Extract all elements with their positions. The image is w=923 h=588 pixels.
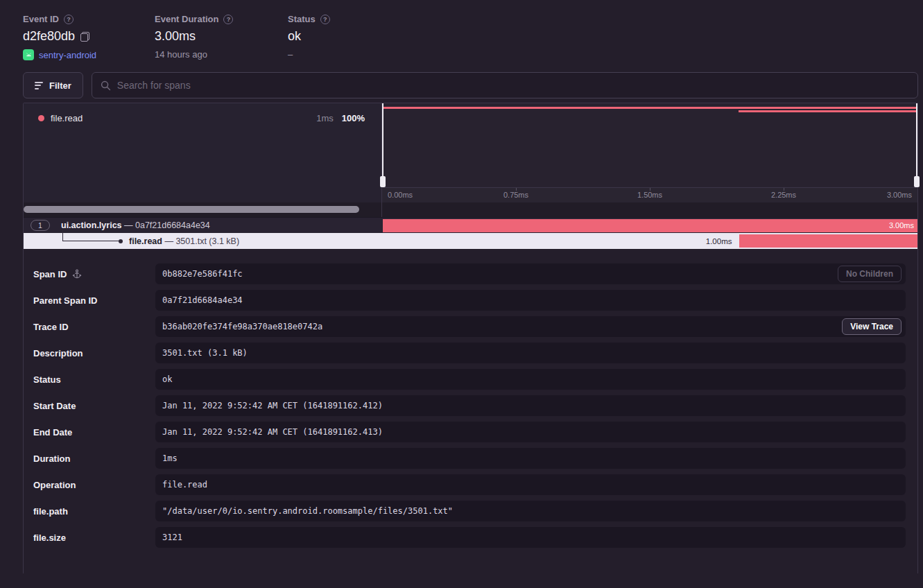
trace-view-panel: file.read 1ms 100% 0.00ms 0.75ms 1.50ms … — [23, 103, 918, 573]
detail-value: "/data/user/0/io.sentry.android.roomsamp… — [162, 506, 902, 516]
android-project-icon — [23, 49, 34, 60]
axis-tick-label: 2.25ms — [771, 191, 796, 199]
detail-value-cell: file.read — [155, 474, 906, 495]
span-row-selected[interactable]: file.read — 3501.txt (3.1 kB) 1.00ms — [24, 233, 917, 249]
minimap-chart[interactable] — [382, 103, 917, 187]
filter-button-label: Filter — [49, 80, 71, 91]
detail-label: Description — [33, 348, 83, 358]
span-description: 0a7f21d6684a4e34 — [135, 220, 210, 230]
event-id-column: Event ID ? d2fe80db sentry-android — [23, 14, 155, 60]
span-duration-bar[interactable] — [739, 234, 918, 248]
detail-row-start-date: Start Date Jan 11, 2022 9:52:42 AM CET (… — [33, 395, 906, 416]
detail-label: Operation — [33, 480, 76, 490]
view-trace-button[interactable]: View Trace — [842, 318, 902, 335]
span-duration-label: 1.00ms — [706, 237, 732, 245]
minimap-section: file.read 1ms 100% 0.00ms 0.75ms 1.50ms … — [24, 103, 917, 202]
detail-row-description: Description 3501.txt (3.1 kB) — [33, 343, 906, 363]
axis-tick-label: 0.75ms — [503, 191, 528, 199]
event-id-label: Event ID — [23, 14, 59, 24]
detail-value: Jan 11, 2022 9:52:42 AM CET (1641891162.… — [162, 427, 902, 437]
detail-value: 3121 — [162, 533, 902, 542]
status-sub: – — [288, 49, 293, 60]
help-icon[interactable]: ? — [320, 15, 330, 24]
detail-row-file-size: file.size 3121 — [33, 527, 906, 548]
detail-value-cell: ok — [155, 369, 906, 390]
filter-button[interactable]: Filter — [23, 72, 83, 98]
event-duration-label: Event Duration — [155, 14, 218, 24]
detail-value: b36ab020fe374fe98a370ae818e0742a — [162, 322, 842, 331]
minimap-right-handle[interactable] — [916, 103, 917, 187]
search-icon — [101, 80, 111, 91]
scroll-strip-right — [382, 202, 917, 217]
detail-row-span-id: Span ID 0b882e7e586f41fc No Children — [33, 263, 906, 284]
minimap-right-grip[interactable] — [914, 176, 920, 187]
axis-tick-label: 1.50ms — [637, 191, 662, 199]
detail-value: 0a7f21d6684a4e34 — [162, 295, 902, 305]
tree-connector — [62, 230, 121, 241]
span-bar-area: 1.00ms — [383, 233, 917, 249]
minimap-span-bar — [739, 110, 917, 112]
detail-row-end-date: End Date Jan 11, 2022 9:52:42 AM CET (16… — [33, 422, 906, 442]
detail-row-status: Status ok — [33, 369, 906, 390]
detail-value-cell: Jan 11, 2022 9:52:42 AM CET (1641891162.… — [155, 395, 906, 416]
time-axis: 0.00ms 0.75ms 1.50ms 2.25ms 3.00ms — [382, 187, 917, 202]
detail-value: ok — [162, 374, 902, 384]
search-input[interactable] — [117, 80, 909, 91]
op-legend-duration: 1ms — [316, 113, 334, 123]
event-id-value: d2fe80db — [23, 29, 75, 44]
detail-label: Trace ID — [33, 322, 69, 332]
tree-scrollbar-track[interactable] — [24, 202, 382, 217]
detail-label: Span ID — [33, 269, 67, 279]
ops-breakdown-panel: file.read 1ms 100% — [24, 103, 382, 202]
span-op: ui.action.lyrics — [61, 220, 122, 230]
event-header: Event ID ? d2fe80db sentry-android Event… — [0, 0, 923, 60]
span-details-table: Span ID 0b882e7e586f41fc No Children Par… — [24, 249, 917, 553]
span-bar-area: 3.00ms — [383, 218, 917, 233]
event-duration-value: 3.00ms — [155, 29, 196, 44]
detail-value-cell: b36ab020fe374fe98a370ae818e0742a View Tr… — [155, 316, 906, 337]
detail-row-file-path: file.path "/data/user/0/io.sentry.androi… — [33, 501, 906, 521]
span-op: file.read — [129, 236, 162, 246]
detail-value-cell: "/data/user/0/io.sentry.android.roomsamp… — [155, 501, 906, 521]
status-value: ok — [288, 29, 301, 44]
detail-row-duration: Duration 1ms — [33, 448, 906, 469]
anchor-link-icon[interactable] — [72, 269, 82, 279]
detail-value-cell: 3501.txt (3.1 kB) — [155, 343, 906, 363]
detail-row-trace-id: Trace ID b36ab020fe374fe98a370ae818e0742… — [33, 316, 906, 337]
project-link[interactable]: sentry-android — [39, 50, 96, 60]
detail-label: End Date — [33, 427, 72, 438]
span-duration-bar[interactable]: 3.00ms — [383, 219, 917, 232]
event-duration-column: Event Duration ? 3.00ms 14 hours ago — [155, 14, 288, 60]
scroll-strip — [24, 202, 917, 217]
no-children-button[interactable]: No Children — [838, 266, 902, 282]
op-legend-row[interactable]: file.read 1ms 100% — [24, 103, 381, 123]
detail-value: 3501.txt (3.1 kB) — [162, 348, 902, 358]
status-label: Status — [288, 14, 316, 24]
status-column: Status ? ok – — [288, 14, 330, 60]
detail-label: file.size — [33, 533, 66, 543]
detail-row-parent-span-id: Parent Span ID 0a7f21d6684a4e34 — [33, 290, 906, 311]
axis-tick-label: 3.00ms — [887, 191, 912, 199]
horizontal-scrollbar-thumb[interactable] — [24, 206, 359, 213]
span-duration-label: 3.00ms — [889, 221, 917, 230]
op-legend-percent: 100% — [342, 113, 365, 123]
help-icon[interactable]: ? — [64, 15, 74, 24]
detail-value: 1ms — [162, 453, 902, 463]
event-age: 14 hours ago — [155, 49, 207, 60]
toolbar: Filter — [23, 72, 918, 98]
span-row-root[interactable]: 1 ui.action.lyrics — 0a7f21d6684a4e34 3.… — [24, 217, 917, 233]
search-box[interactable] — [92, 72, 918, 98]
minimap-span-bar — [382, 107, 917, 109]
detail-value-cell: 1ms — [155, 448, 906, 469]
minimap-left-grip[interactable] — [380, 176, 386, 187]
axis-tick-label: 0.00ms — [388, 191, 413, 199]
op-legend-name: file.read — [51, 113, 83, 123]
detail-label: Parent Span ID — [33, 295, 97, 306]
children-count-badge[interactable]: 1 — [31, 220, 50, 231]
trace-minimap[interactable]: 0.00ms 0.75ms 1.50ms 2.25ms 3.00ms — [382, 103, 917, 202]
minimap-left-handle[interactable] — [382, 103, 383, 187]
help-icon[interactable]: ? — [223, 15, 233, 24]
copy-icon[interactable] — [80, 32, 89, 42]
detail-row-operation: Operation file.read — [33, 474, 906, 495]
detail-value-cell: 3121 — [155, 527, 906, 548]
